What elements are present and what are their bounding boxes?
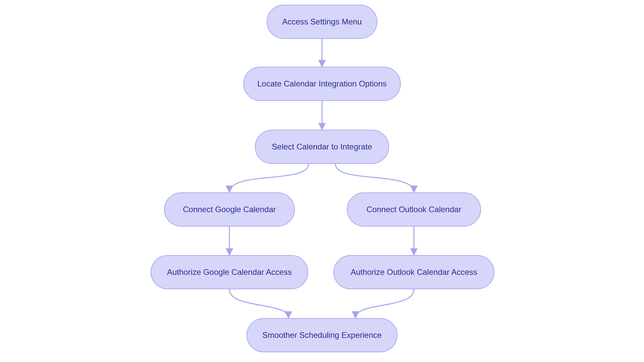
flow-edge xyxy=(229,289,288,318)
flow-node-n6: Authorize Google Calendar Access xyxy=(151,255,308,289)
flow-edge xyxy=(229,164,309,192)
flow-edge xyxy=(356,289,414,318)
flowchart-edges xyxy=(0,0,644,362)
flow-node-label: Authorize Outlook Calendar Access xyxy=(351,267,477,277)
flow-node-n7: Authorize Outlook Calendar Access xyxy=(333,255,494,289)
flow-edge xyxy=(335,164,414,192)
flow-node-n8: Smoother Scheduling Experience xyxy=(247,318,397,352)
flow-node-n4: Connect Google Calendar xyxy=(164,192,295,227)
flow-node-label: Connect Google Calendar xyxy=(183,205,276,214)
flow-node-n5: Connect Outlook Calendar xyxy=(347,192,481,227)
flow-node-label: Authorize Google Calendar Access xyxy=(167,267,292,277)
flow-node-n2: Locate Calendar Integration Options xyxy=(243,67,401,101)
flowchart-canvas: Access Settings MenuLocate Calendar Inte… xyxy=(0,0,644,362)
flow-node-n3: Select Calendar to Integrate xyxy=(255,130,389,164)
flow-node-label: Locate Calendar Integration Options xyxy=(257,79,387,88)
flow-node-n1: Access Settings Menu xyxy=(267,5,377,39)
flow-node-label: Smoother Scheduling Experience xyxy=(262,330,382,340)
flow-node-label: Connect Outlook Calendar xyxy=(367,205,462,214)
flow-node-label: Select Calendar to Integrate xyxy=(272,142,372,152)
flow-node-label: Access Settings Menu xyxy=(282,17,362,26)
